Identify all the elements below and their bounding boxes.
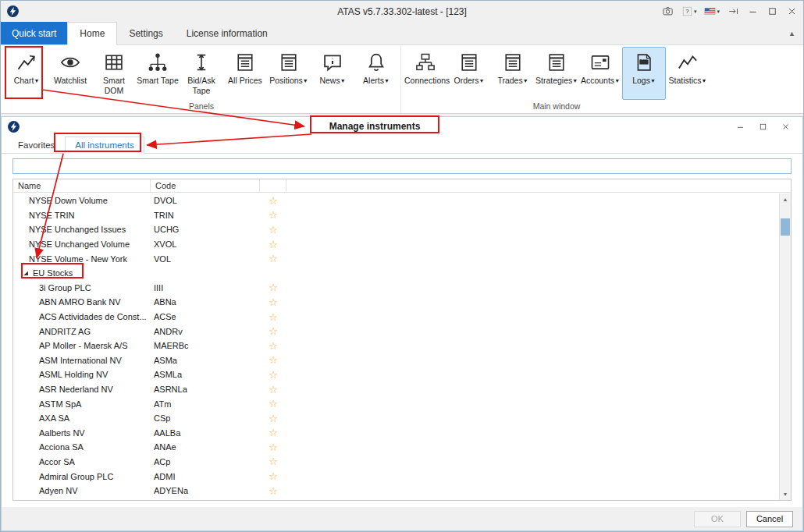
- table-row[interactable]: Aalberts NVAALBa☆: [13, 426, 779, 441]
- favorite-star-icon[interactable]: ☆: [269, 398, 278, 410]
- ribbon-button-statistics[interactable]: Statistics▼: [666, 47, 710, 100]
- table-row[interactable]: AXA SACSp☆: [13, 411, 779, 426]
- cancel-button[interactable]: Cancel: [746, 511, 793, 527]
- titlebar: ATAS v5.7.33.302-latest - [123] ?▾▾: [1, 1, 803, 22]
- chevron-down-icon: ▼: [702, 78, 707, 83]
- group-row-eu-stocks[interactable]: EU Stocks: [13, 266, 779, 281]
- favorite-star-icon[interactable]: ☆: [269, 470, 278, 482]
- language-flag-icon[interactable]: ▾: [704, 5, 720, 17]
- table-row[interactable]: ABN AMRO Bank NVABNa☆: [13, 295, 779, 310]
- ribbon-button-orders[interactable]: Orders▼: [447, 47, 491, 100]
- table-row[interactable]: Adyen NVADYENa☆: [13, 484, 779, 498]
- instrument-name: NYSE TRIN: [13, 211, 151, 220]
- table-row[interactable]: NYSE Unchanged VolumeXVOL☆: [13, 237, 779, 252]
- ribbon-button-bid-ask-tape[interactable]: Bid/Ask Tape: [180, 47, 223, 100]
- close-icon[interactable]: [786, 5, 798, 17]
- favorite-star-icon[interactable]: ☆: [269, 311, 278, 323]
- ribbon-button-smart-tape[interactable]: Smart Tape: [136, 47, 180, 100]
- favorite-star-icon[interactable]: ☆: [269, 296, 278, 308]
- favorite-star-icon[interactable]: ☆: [269, 442, 278, 453]
- column-header-favorite[interactable]: [260, 179, 286, 192]
- instrument-name: ACS Actividades de Const...: [13, 312, 151, 321]
- favorite-star-icon[interactable]: ☆: [269, 195, 278, 207]
- minimize-icon[interactable]: [747, 5, 759, 17]
- scroll-up-icon[interactable]: ▲: [780, 193, 791, 205]
- favorite-star-icon[interactable]: ☆: [269, 239, 278, 250]
- table-row[interactable]: 3i Group PLCIIII☆: [13, 281, 779, 296]
- ribbon-button-strategies[interactable]: Strategies▼: [535, 47, 578, 100]
- bidask-icon: [190, 51, 212, 73]
- table-row[interactable]: Accor SAACp☆: [13, 455, 779, 470]
- favorite-star-icon[interactable]: ☆: [269, 427, 278, 438]
- instrument-search-input[interactable]: [12, 158, 792, 174]
- favorite-star-icon[interactable]: ☆: [269, 209, 278, 221]
- table-row[interactable]: NYSE Down VolumeDVOL☆: [13, 193, 779, 208]
- favorite-star-icon[interactable]: ☆: [269, 224, 278, 236]
- expand-triangle-icon[interactable]: [22, 269, 30, 277]
- table-row[interactable]: ACS Actividades de Const...ACSe☆: [13, 310, 779, 325]
- dialog-minimize-icon[interactable]: [735, 122, 745, 132]
- tab-all-instruments[interactable]: All instruments: [65, 137, 144, 154]
- favorite-star-icon[interactable]: ☆: [269, 325, 278, 337]
- instrument-name: ASTM SpA: [13, 399, 151, 409]
- ribbon-button-all-prices[interactable]: All Prices: [223, 47, 267, 100]
- instrument-name: 3i Group PLC: [13, 283, 151, 293]
- ribbon-button-chart[interactable]: Chart▼: [5, 47, 48, 100]
- instruments-table: Name Code NYSE Down VolumeDVOL☆NYSE TRIN…: [12, 179, 792, 501]
- ribbon-button-watchlist[interactable]: Watchlist: [48, 47, 92, 100]
- ribbon-button-alerts[interactable]: Alerts▼: [354, 47, 398, 100]
- tab-home[interactable]: Home: [67, 22, 117, 45]
- ribbon-button-trades[interactable]: Trades▼: [491, 47, 535, 100]
- ribbon-button-smart-dom[interactable]: Smart DOM: [92, 47, 136, 100]
- column-header-spacer: [286, 179, 791, 192]
- favorite-star-icon[interactable]: ☆: [269, 499, 278, 500]
- favorite-star-icon[interactable]: ☆: [269, 369, 278, 381]
- instrument-name: ASR Nederland NV: [13, 385, 151, 394]
- scrollbar-thumb[interactable]: [781, 218, 790, 236]
- table-row[interactable]: NYSE Volume - New YorkVOL☆: [13, 251, 779, 266]
- quick-start-button[interactable]: Quick start: [1, 22, 67, 44]
- favorite-star-icon[interactable]: ☆: [269, 253, 278, 264]
- table-row[interactable]: ASML Holding NVASMLa☆: [13, 367, 779, 382]
- scroll-down-icon[interactable]: ▼: [780, 488, 791, 500]
- pin-icon[interactable]: [728, 5, 739, 17]
- ribbon-button-accounts[interactable]: Accounts▼: [578, 47, 622, 100]
- vertical-scrollbar[interactable]: ▲ ▼: [779, 193, 791, 500]
- table-row[interactable]: Acciona SAANAe☆: [13, 440, 779, 455]
- favorite-star-icon[interactable]: ☆: [269, 456, 278, 467]
- ribbon-button-logs[interactable]: LOGLogs▼: [622, 47, 666, 100]
- tab-favorites[interactable]: Favorites: [8, 137, 65, 154]
- column-header-name[interactable]: Name: [13, 179, 151, 192]
- table-row[interactable]: ANDRITZ AGANDRv☆: [13, 324, 779, 339]
- table-row[interactable]: Admiral Group PLCADMI☆: [13, 469, 779, 484]
- atas-main-window: ATAS v5.7.33.302-latest - [123] ?▾▾ Quic…: [0, 0, 804, 532]
- tab-license-information[interactable]: License information: [175, 22, 279, 44]
- favorite-star-icon[interactable]: ☆: [269, 485, 278, 497]
- ribbon-button-positions[interactable]: Positions▼: [267, 47, 311, 100]
- screenshot-icon[interactable]: [662, 5, 674, 17]
- table-row[interactable]: ASR Nederland NVASRNLa☆: [13, 382, 779, 397]
- table-row[interactable]: NYSE TRINTRIN☆: [13, 208, 779, 223]
- ribbon-button-news[interactable]: News▼: [311, 47, 354, 100]
- table-row[interactable]: AP Moller - Maersk A/SMAERBc☆: [13, 339, 779, 353]
- favorite-star-icon[interactable]: ☆: [269, 340, 278, 352]
- table-row[interactable]: ASTM SpAATm☆: [13, 396, 779, 411]
- ok-button[interactable]: OK: [694, 511, 741, 527]
- dialog-close-icon[interactable]: [781, 122, 791, 132]
- column-header-code[interactable]: Code: [151, 179, 260, 192]
- table-row[interactable]: ASM International NVASMa☆: [13, 353, 779, 368]
- ribbon-group-main-window: ConnectionsOrders▼Trades▼Strategies▼Acco…: [400, 45, 712, 113]
- tab-settings[interactable]: Settings: [117, 22, 174, 44]
- ribbon-group-panels: Chart▼WatchlistSmart DOMSmart TapeBid/As…: [2, 45, 400, 113]
- ribbon-collapse-icon[interactable]: ▲: [781, 30, 803, 37]
- favorite-star-icon[interactable]: ☆: [269, 282, 278, 293]
- favorite-star-icon[interactable]: ☆: [269, 384, 278, 395]
- dialog-maximize-icon[interactable]: [758, 122, 768, 132]
- help-icon[interactable]: ?▾: [681, 5, 697, 17]
- maximize-icon[interactable]: [767, 5, 778, 17]
- favorite-star-icon[interactable]: ☆: [269, 354, 278, 366]
- table-row[interactable]: ☆: [13, 498, 779, 500]
- favorite-star-icon[interactable]: ☆: [269, 413, 278, 424]
- table-row[interactable]: NYSE Unchanged IssuesUCHG☆: [13, 222, 779, 237]
- ribbon-button-connections[interactable]: Connections: [404, 47, 447, 100]
